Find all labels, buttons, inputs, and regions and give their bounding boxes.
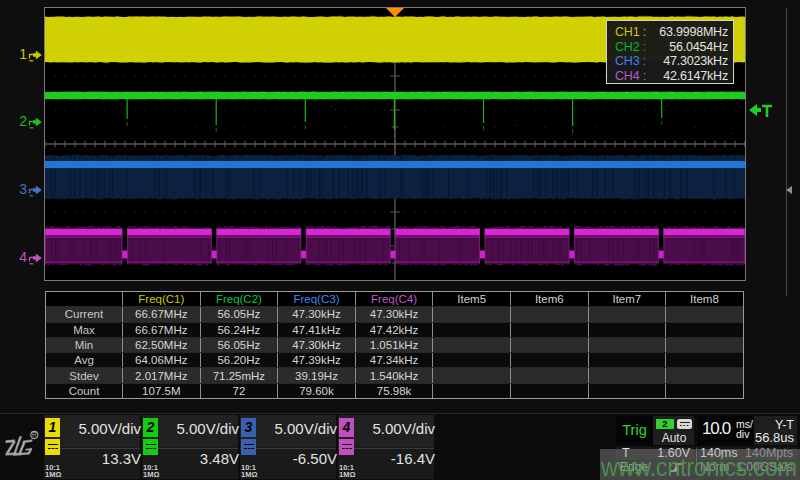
svg-text:4: 4 <box>19 249 27 265</box>
svg-text:2: 2 <box>19 113 27 129</box>
svg-text:3: 3 <box>19 181 27 197</box>
svg-text:1: 1 <box>19 46 27 62</box>
